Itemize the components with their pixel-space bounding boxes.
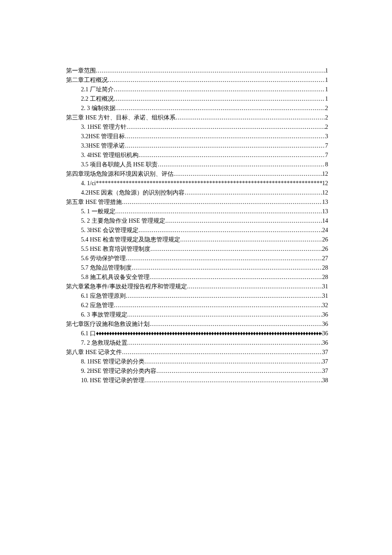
toc-entry-page: 37 [322, 366, 328, 376]
toc-dot-leader [126, 291, 322, 301]
toc-entry: 第三章 HSE 方针、目标、承诺、组织体系2 [66, 113, 328, 122]
toc-dot-leader [150, 244, 322, 254]
toc-dot-leader [184, 188, 322, 198]
toc-entry-page: 36 [322, 310, 328, 320]
toc-entry-label: 6. 3 事故管理规定 [81, 310, 127, 320]
toc-entry-label: 8. 1HSE 管理记录的分类 [81, 357, 144, 366]
toc-entry: 第四章现场危险源和环境因素识别、评估12 [66, 169, 328, 179]
toc-entry-page: 37 [322, 357, 328, 366]
toc-entry-page: 38 [322, 376, 328, 385]
toc-entry-page: 36 [322, 320, 328, 329]
toc-dot-leader [114, 94, 325, 104]
toc-entry-label: 6.1 应急管理原则 [81, 291, 126, 301]
toc-dot-leader [125, 132, 325, 141]
toc-entry: 5.4 HSE 检查管理规定及隐患管理规定26 [66, 235, 328, 244]
toc-dot-leader [150, 273, 322, 282]
toc-entry: 3.5 项目各职能人员 HSE 职责8 [66, 160, 328, 169]
toc-entry: 6.2 应急管理32 [66, 301, 328, 310]
toc-entry-label: 第四章现场危险源和环境因素识别、评估 [66, 169, 173, 179]
toc-dot-leader [158, 160, 325, 169]
toc-entry: 第八章 HSE 记录文件37 [66, 348, 328, 357]
toc-dot-leader [122, 348, 322, 357]
toc-entry: 5. 2 主要危险作业 HSE 管理规定14 [66, 216, 328, 226]
toc-entry-page: 36 [322, 329, 328, 338]
toc-entry: 4. 1/ci12 [66, 179, 328, 188]
toc-entry-page: 37 [322, 348, 328, 357]
toc-entry-label: 3. 4HSE 管理组织机构 [81, 151, 138, 160]
toc-entry-page: 2 [325, 122, 328, 132]
toc-entry: 2. 3 编制依据2 [66, 104, 328, 113]
toc-entry-page: 14 [322, 216, 328, 226]
toc-dot-leader [138, 151, 325, 160]
toc-entry: 第五章 HSE 管理措施13 [66, 198, 328, 207]
toc-entry: 4.2HSE 因素（危险源）的识别控制内容12 [66, 188, 328, 198]
toc-entry-label: 第三章 HSE 方针、目标、承诺、组织体系 [66, 113, 176, 122]
toc-entry: 第六章紧急事件/事故处理报告程序和管理规定31 [66, 282, 328, 291]
toc-dot-leader [127, 122, 325, 132]
toc-entry-page: 24 [322, 226, 328, 235]
toc-entry-label: 5.6 劳动保护管理 [81, 254, 126, 263]
toc-dot-leader [165, 216, 322, 226]
toc-entry-label: 3.2HSE 管理目标 [81, 132, 125, 141]
toc-entry: 第二章工程概况1 [66, 76, 328, 85]
toc-dot-leader [138, 226, 322, 235]
toc-entry-page: 31 [322, 282, 328, 291]
toc-dot-leader [150, 320, 322, 329]
toc-dot-leader [115, 207, 323, 216]
toc-entry: 5.6 劳动保护管理27 [66, 254, 328, 263]
toc-entry: 10. HSE 管理记录的管理38 [66, 376, 328, 385]
toc-entry: 5. 1 一般规定13 [66, 207, 328, 216]
toc-entry: 5. 3HSE 会议管理规定24 [66, 226, 328, 235]
toc-entry-label: 6.2 应急管理 [81, 301, 114, 310]
toc-dot-leader [187, 282, 322, 291]
toc-entry-label: 6.1 口 [81, 329, 96, 338]
toc-entry: 2.2 工程概况1 [66, 94, 328, 104]
toc-entry-page: 7 [325, 141, 328, 151]
toc-entry-label: 7. 2 急救现场处置 [81, 338, 127, 348]
toc-entry-page: 7 [325, 151, 328, 160]
toc-entry-page: 27 [322, 254, 328, 263]
toc-entry-label: 5. 2 主要危险作业 HSE 管理规定 [81, 216, 165, 226]
toc-dot-leader [132, 263, 322, 273]
toc-entry-label: 10. HSE 管理记录的管理 [81, 376, 144, 385]
toc-entry-label: 4. 1/ci [81, 179, 96, 188]
toc-entry-page: 28 [322, 273, 328, 282]
toc-entry-page: 1 [325, 85, 328, 94]
toc-entry: 9. 2HSE 管理记录的分类内容37 [66, 366, 328, 376]
toc-entry-page: 3 [325, 132, 328, 141]
toc-entry: 6.1 应急管理原则31 [66, 291, 328, 301]
toc-dot-leader [156, 366, 322, 376]
toc-entry-label: 9. 2HSE 管理记录的分类内容 [81, 366, 156, 376]
toc-entry-label: 5. 1 一般规定 [81, 207, 115, 216]
toc-entry-label: 5.7 危险品管理制度 [81, 263, 132, 273]
toc-entry-label: 5. 3HSE 会议管理规定 [81, 226, 138, 235]
toc-entry-label: 2. 3 编制依据 [81, 104, 115, 113]
toc-dot-leader [114, 301, 322, 310]
toc-entry: 2.1 厂址简介1 [66, 85, 328, 94]
toc-entry: 第七章医疗设施和急救设施计划36 [66, 320, 328, 329]
toc-entry: 3.2HSE 管理目标3 [66, 132, 328, 141]
document-page: 第一章范围1第二章工程概况12.1 厂址简介12.2 工程概况12. 3 编制依… [0, 0, 392, 555]
toc-dot-leader [96, 179, 322, 188]
toc-dot-leader [176, 113, 325, 122]
toc-entry-label: 5.8 施工机具设备安全管理 [81, 273, 150, 282]
toc-entry-page: 26 [322, 244, 328, 254]
toc-dot-leader [122, 198, 322, 207]
toc-entry-page: 36 [322, 338, 328, 348]
toc-entry-page: 12 [322, 169, 328, 179]
toc-entry-label: 4.2HSE 因素（危险源）的识别控制内容 [81, 188, 184, 198]
toc-entry-label: 第八章 HSE 记录文件 [66, 348, 122, 357]
toc-entry-label: 第六章紧急事件/事故处理报告程序和管理规定 [66, 282, 187, 291]
toc-entry-page: 13 [322, 198, 328, 207]
toc-entry-page: 31 [322, 291, 328, 301]
toc-dot-leader [96, 66, 325, 76]
toc-entry: 5.8 施工机具设备安全管理28 [66, 273, 328, 282]
toc-entry-label: 第七章医疗设施和急救设施计划 [66, 320, 150, 329]
toc-entry-page: 12 [322, 188, 328, 198]
toc-entry-label: 2.1 厂址简介 [81, 85, 114, 94]
toc-dot-leader [115, 104, 326, 113]
toc-entry: 8. 1HSE 管理记录的分类37 [66, 357, 328, 366]
toc-entry-label: 2.2 工程概况 [81, 94, 114, 104]
toc-dot-leader [127, 338, 323, 348]
toc-entry: 7. 2 急救现场处置36 [66, 338, 328, 348]
